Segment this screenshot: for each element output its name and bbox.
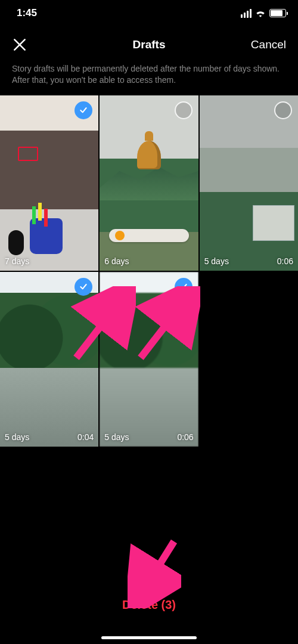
draft-days: 6 days (104, 256, 129, 266)
check-icon (179, 282, 188, 292)
draft-tile[interactable]: 6 days (100, 95, 198, 271)
status-time: 1:45 (17, 7, 37, 19)
close-button[interactable] (12, 37, 27, 52)
navbar: Drafts Cancel (0, 26, 298, 60)
draft-thumbnail (100, 95, 198, 271)
draft-thumbnail (0, 272, 98, 447)
cellular-icon (241, 9, 252, 18)
selection-indicator[interactable] (274, 101, 292, 119)
drafts-grid: 7 days 6 days 5 days 0:06 5 days 0:04 5 … (0, 95, 298, 447)
draft-tile[interactable]: 5 days 0:06 (200, 95, 298, 271)
delete-label: Delete (3) (122, 598, 176, 611)
close-icon (12, 37, 27, 52)
home-indicator[interactable] (101, 636, 197, 639)
draft-duration: 0:04 (77, 432, 94, 442)
draft-tile[interactable]: 7 days (0, 95, 98, 271)
selection-indicator[interactable] (74, 101, 92, 119)
draft-days: 5 days (204, 256, 229, 266)
draft-thumbnail (0, 95, 98, 271)
selection-indicator[interactable] (74, 278, 92, 296)
draft-footer: 5 days 0:06 (104, 432, 193, 442)
wifi-icon (255, 9, 266, 17)
draft-tile[interactable]: 5 days 0:04 (0, 272, 98, 447)
check-icon (79, 106, 88, 115)
draft-days: 7 days (5, 256, 29, 266)
draft-footer: 7 days (5, 256, 94, 266)
info-text: Story drafts will be permanently deleted… (0, 60, 298, 95)
draft-duration: 0:06 (177, 432, 193, 442)
status-indicators (241, 9, 286, 18)
selection-indicator[interactable] (175, 278, 193, 296)
check-icon (79, 282, 88, 292)
draft-thumbnail (200, 95, 298, 271)
status-bar: 1:45 (0, 0, 298, 26)
battery-icon (269, 9, 286, 17)
draft-days: 5 days (104, 432, 129, 442)
draft-footer: 5 days 0:06 (204, 256, 293, 266)
page-title: Drafts (133, 38, 166, 51)
draft-tile[interactable]: 5 days 0:06 (100, 272, 198, 447)
draft-footer: 6 days (104, 256, 193, 266)
draft-days: 5 days (5, 432, 29, 442)
draft-footer: 5 days 0:04 (5, 432, 94, 442)
selection-indicator[interactable] (175, 101, 193, 119)
delete-button[interactable]: Delete (3) (0, 586, 298, 624)
cancel-button[interactable]: Cancel (251, 38, 286, 51)
draft-thumbnail (100, 272, 198, 447)
draft-duration: 0:06 (277, 256, 293, 266)
